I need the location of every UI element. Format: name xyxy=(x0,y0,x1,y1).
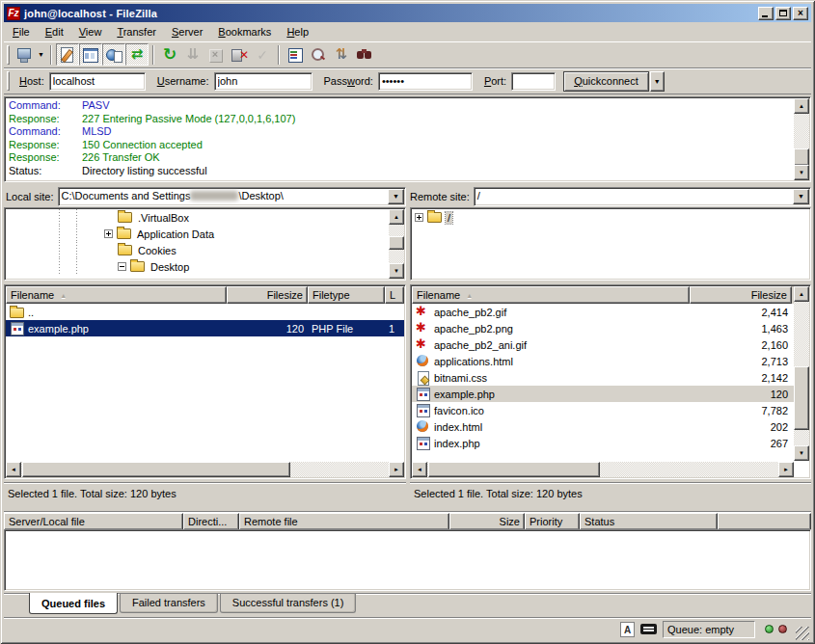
tab-failed-transfers[interactable]: Failed transfers xyxy=(120,594,218,613)
queue-column-priority[interactable]: Priority xyxy=(525,513,580,530)
menu-item-transfer[interactable]: Transfer xyxy=(109,24,164,40)
file-row[interactable]: bitnami.css2,142 xyxy=(412,369,794,386)
tab-successful-transfers-[interactable]: Successful transfers (1) xyxy=(220,594,357,613)
disconnect-button[interactable] xyxy=(228,43,251,66)
file-row[interactable]: index.php267 xyxy=(412,435,794,451)
queue-column-status[interactable]: Status xyxy=(580,513,718,530)
scroll-thumb[interactable] xyxy=(22,462,290,477)
file-row[interactable]: applications.html2,713 xyxy=(412,353,794,369)
scroll-left-button[interactable]: ◄ xyxy=(412,462,427,477)
local-hscrollbar[interactable]: ◄ ► xyxy=(6,462,404,477)
toggle-directory-tree-button[interactable] xyxy=(102,43,125,66)
minimize-button[interactable] xyxy=(758,7,774,20)
scroll-thumb[interactable] xyxy=(794,148,809,166)
tree-item[interactable]: Application Data xyxy=(5,226,405,242)
scroll-thumb[interactable] xyxy=(389,236,404,250)
tab-queued-files[interactable]: Queued files xyxy=(29,593,118,614)
column-header-filename[interactable]: Filename▲ xyxy=(412,286,690,304)
menu-item-help[interactable]: Help xyxy=(279,24,316,40)
tree-item-label[interactable]: Cookies xyxy=(136,245,178,256)
scroll-down-button[interactable]: ▼ xyxy=(794,445,809,461)
scroll-thumb[interactable] xyxy=(794,366,809,430)
column-header-filesize[interactable]: Filesize xyxy=(227,286,308,304)
refresh-button[interactable] xyxy=(158,43,181,66)
column-header-filesize[interactable]: Filesize xyxy=(690,286,792,304)
local-site-combo[interactable]: C:\Documents and Settings\Desktop\ ▼ xyxy=(58,187,406,206)
maximize-button[interactable] xyxy=(775,7,791,20)
password-input[interactable] xyxy=(378,72,473,91)
file-row[interactable]: example.php120 xyxy=(412,386,794,402)
scroll-down-button[interactable]: ▼ xyxy=(794,165,809,180)
toggle-message-log-button[interactable] xyxy=(56,43,79,66)
file-row[interactable]: apache_pb2_ani.gif2,160 xyxy=(412,336,794,353)
site-manager-dropdown[interactable]: ▼ xyxy=(36,43,46,66)
toggle-local-remote-view-button[interactable] xyxy=(79,43,102,66)
file-row[interactable]: .. xyxy=(6,304,404,320)
menu-item-view[interactable]: View xyxy=(71,24,110,40)
remote-site-combo[interactable]: / ▼ xyxy=(474,187,811,206)
toggle-transfer-queue-button[interactable] xyxy=(125,43,149,66)
tree-item[interactable]: .VirtualBox xyxy=(5,209,405,226)
menu-item-server[interactable]: Server xyxy=(164,24,210,40)
file-row[interactable]: apache_pb2.png1,463 xyxy=(412,320,794,336)
column-label: Directi... xyxy=(188,516,227,527)
directory-listing-filters-button[interactable] xyxy=(284,43,307,66)
tree-item-label[interactable]: Desktop xyxy=(149,261,191,273)
port-input[interactable] xyxy=(511,72,556,91)
scroll-down-button[interactable]: ▼ xyxy=(389,263,404,279)
scroll-right-button[interactable]: ► xyxy=(778,462,794,477)
close-button[interactable]: × xyxy=(793,7,808,20)
combo-dropdown-button[interactable]: ▼ xyxy=(793,189,809,204)
scroll-right-button[interactable]: ► xyxy=(389,462,404,477)
scroll-left-button[interactable]: ◄ xyxy=(6,462,21,477)
host-input[interactable] xyxy=(49,72,146,91)
site-manager-button[interactable] xyxy=(13,43,36,66)
tree-item-label[interactable]: .VirtualBox xyxy=(136,212,191,224)
file-row[interactable]: example.php120PHP File1 xyxy=(6,320,404,336)
scroll-up-button[interactable]: ▲ xyxy=(389,209,404,225)
expand-icon[interactable] xyxy=(415,213,423,222)
column-header-filetype[interactable]: Filetype xyxy=(308,286,385,304)
queue-column-remotefile[interactable]: Remote file xyxy=(239,513,449,530)
directory-comparison-button[interactable] xyxy=(307,43,330,66)
folder-icon xyxy=(118,245,132,255)
speed-limit-icon[interactable] xyxy=(640,624,657,634)
column-header-filename[interactable]: Filename▲ xyxy=(6,286,227,304)
queue-column-size[interactable]: Size xyxy=(449,513,525,530)
file-row[interactable]: apache_pb2.gif2,414 xyxy=(412,304,794,320)
scroll-up-button[interactable]: ▲ xyxy=(794,98,809,114)
filename-cell: .. xyxy=(6,304,227,320)
file-row[interactable]: favicon.ico7,782 xyxy=(412,402,794,418)
log-scrollbar[interactable]: ▲ ▼ xyxy=(794,98,809,180)
expand-icon[interactable] xyxy=(104,229,113,238)
remote-hscrollbar[interactable]: ◄ ► xyxy=(412,462,794,477)
username-input[interactable] xyxy=(214,72,312,91)
local-tree-scrollbar[interactable]: ▲ ▼ xyxy=(389,209,404,279)
tree-item[interactable]: Cookies xyxy=(5,242,405,258)
scroll-up-button[interactable]: ▲ xyxy=(794,286,809,302)
queue-column-directi[interactable]: Directi... xyxy=(183,513,239,530)
resize-grip[interactable] xyxy=(796,627,809,640)
collapse-icon[interactable] xyxy=(118,262,126,271)
menu-item-edit[interactable]: Edit xyxy=(38,24,71,40)
remote-vscrollbar[interactable]: ▲ ▼ xyxy=(794,286,809,461)
tree-item-label[interactable]: Application Data xyxy=(135,228,216,240)
tree-item-label[interactable]: / xyxy=(446,212,452,224)
file-row[interactable]: index.html202 xyxy=(412,418,794,435)
tree-item[interactable]: Desktop xyxy=(5,258,405,275)
queue-column-serverlocalfile[interactable]: Server/Local file xyxy=(4,513,183,530)
scroll-thumb[interactable] xyxy=(428,462,600,477)
log-line-label: Response: xyxy=(9,139,82,152)
menu-item-bookmarks[interactable]: Bookmarks xyxy=(210,24,279,40)
sort-ascending-icon: ▲ xyxy=(60,292,67,299)
combo-dropdown-button[interactable]: ▼ xyxy=(388,189,404,204)
find-files-button[interactable] xyxy=(353,43,376,66)
quickconnect-button[interactable]: Quickconnect xyxy=(563,71,649,92)
synchronized-browsing-button[interactable] xyxy=(330,43,353,66)
menu-item-file[interactable]: File xyxy=(5,24,38,40)
tree-item[interactable]: / xyxy=(411,209,810,226)
quickconnect-dropdown[interactable]: ▼ xyxy=(650,71,665,92)
column-header-l[interactable]: L xyxy=(385,286,404,304)
toggle-directory-tree-icon xyxy=(105,47,122,63)
log-line: Response:150 Connection accepted xyxy=(9,139,791,152)
